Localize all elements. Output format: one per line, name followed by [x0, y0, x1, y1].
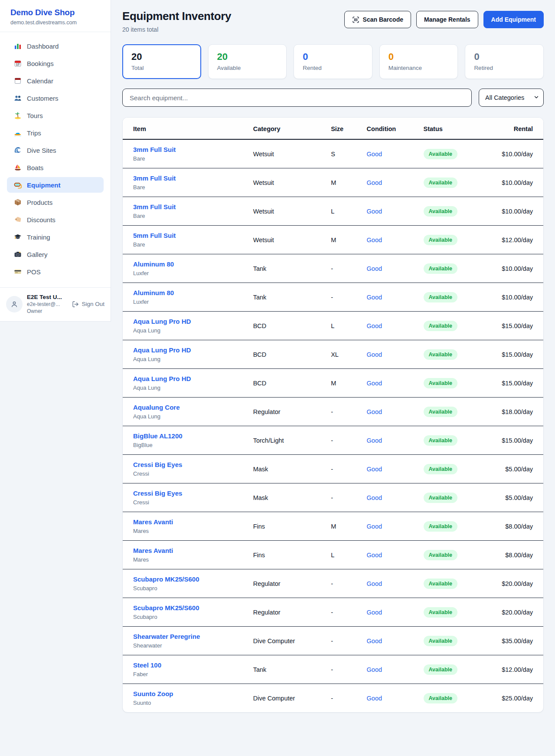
sidebar-item-dive-sites[interactable]: Dive Sites — [7, 142, 104, 158]
item-name-link[interactable]: Suunto Zoop — [133, 690, 173, 697]
items-total-text: 20 items total — [122, 26, 231, 33]
item-name-link[interactable]: Aqua Lung Pro HD — [133, 346, 191, 354]
sidebar-item-trips[interactable]: Trips — [7, 125, 104, 141]
condition-link[interactable]: Good — [367, 466, 382, 473]
item-name-link[interactable]: Cressi Big Eyes — [133, 461, 182, 468]
item-name-link[interactable]: 3mm Full Suit — [133, 146, 176, 153]
sidebar-item-pos[interactable]: POS — [7, 264, 104, 279]
item-name-link[interactable]: Mares Avanti — [133, 547, 173, 554]
sidebar-item-boats[interactable]: Boats — [7, 160, 104, 175]
item-name-link[interactable]: Aqua Lung Pro HD — [133, 375, 191, 382]
condition-link[interactable]: Good — [367, 695, 382, 702]
item-brand: Bare — [133, 184, 253, 191]
stat-card-maintenance[interactable]: 0 Maintenance — [379, 44, 458, 79]
scan-barcode-button[interactable]: Scan Barcode — [344, 11, 411, 28]
header-actions: Scan Barcode Manage Rentals Add Equipmen… — [344, 10, 544, 28]
manage-rentals-button[interactable]: Manage Rentals — [416, 11, 478, 28]
table-row: Aqua Lung Pro HD Aqua Lung BCD L Good Av… — [123, 312, 543, 340]
barcode-icon — [352, 16, 359, 23]
status-badge: Available — [424, 493, 457, 503]
stat-label: Rented — [303, 65, 363, 71]
item-name-link[interactable]: Mares Avanti — [133, 518, 173, 526]
item-name-link[interactable]: Aluminum 80 — [133, 289, 174, 296]
item-category: BCD — [253, 380, 267, 387]
condition-link[interactable]: Good — [367, 380, 382, 387]
condition-link[interactable]: Good — [367, 523, 382, 530]
diving-mask-icon — [14, 181, 22, 189]
item-name-link[interactable]: 3mm Full Suit — [133, 203, 176, 210]
sidebar-item-bookings[interactable]: 17 Bookings — [7, 56, 104, 71]
condition-link[interactable]: Good — [367, 638, 382, 644]
item-brand: Faber — [133, 671, 253, 677]
item-name-link[interactable]: Aqualung Core — [133, 404, 180, 411]
add-equipment-label: Add Equipment — [491, 16, 536, 23]
sidebar-item-training[interactable]: Training — [7, 229, 104, 245]
item-name-link[interactable]: Aluminum 80 — [133, 260, 174, 268]
condition-link[interactable]: Good — [367, 294, 382, 301]
item-size: L — [331, 552, 334, 559]
sidebar-item-label: Gallery — [27, 251, 48, 258]
item-size: M — [331, 179, 336, 186]
rental-price: $5.00/day — [505, 494, 533, 501]
condition-link[interactable]: Good — [367, 237, 382, 243]
condition-link[interactable]: Good — [367, 265, 382, 272]
condition-link[interactable]: Good — [367, 408, 382, 415]
item-name-link[interactable]: Shearwater Peregrine — [133, 633, 200, 640]
brand-name[interactable]: Demo Dive Shop — [10, 8, 100, 17]
sidebar-item-label: Trips — [27, 129, 41, 137]
stat-label: Total — [131, 65, 192, 71]
table-row: Aqua Lung Pro HD Aqua Lung BCD XL Good A… — [123, 340, 543, 369]
table-body: 3mm Full Suit Bare Wetsuit S Good Availa… — [123, 139, 543, 712]
condition-link[interactable]: Good — [367, 151, 382, 158]
item-name-link[interactable]: Aqua Lung Pro HD — [133, 318, 191, 325]
condition-link[interactable]: Good — [367, 552, 382, 559]
condition-link[interactable]: Good — [367, 179, 382, 186]
item-name-link[interactable]: Scubapro MK25/S600 — [133, 604, 199, 611]
stat-card-retired[interactable]: 0 Retired — [465, 44, 544, 79]
item-category: Regulator — [253, 408, 281, 415]
add-equipment-button[interactable]: Add Equipment — [483, 11, 544, 28]
manage-rentals-label: Manage Rentals — [424, 16, 470, 23]
sidebar-item-gallery[interactable]: Gallery — [7, 247, 104, 262]
sidebar-item-calendar[interactable]: Calendar — [7, 73, 104, 89]
user-role: Owner — [27, 308, 68, 314]
search-input[interactable] — [122, 89, 472, 107]
item-brand: Aqua Lung — [133, 413, 253, 420]
condition-link[interactable]: Good — [367, 494, 382, 501]
sidebar-item-label: Training — [27, 233, 50, 241]
speedboat-icon — [14, 129, 22, 137]
condition-link[interactable]: Good — [367, 609, 382, 616]
category-select[interactable]: All Categories — [479, 89, 544, 107]
item-name-link[interactable]: 5mm Full Suit — [133, 232, 176, 239]
status-badge: Available — [424, 263, 457, 274]
table-row: Cressi Big Eyes Cressi Mask - Good Avail… — [123, 483, 543, 512]
condition-link[interactable]: Good — [367, 666, 382, 673]
item-size: M — [331, 380, 336, 387]
table-row: Scubapro MK25/S600 Scubapro Regulator - … — [123, 569, 543, 598]
condition-link[interactable]: Good — [367, 437, 382, 444]
table-row: 3mm Full Suit Bare Wetsuit S Good Availa… — [123, 139, 543, 168]
status-badge: Available — [424, 177, 457, 188]
sign-out-button[interactable]: Sign Out — [72, 301, 104, 308]
stat-card-total[interactable]: 20 Total — [122, 44, 201, 79]
condition-link[interactable]: Good — [367, 208, 382, 215]
sidebar-item-tours[interactable]: Tours — [7, 108, 104, 123]
item-name-link[interactable]: 3mm Full Suit — [133, 174, 176, 182]
sidebar-item-products[interactable]: Products — [7, 194, 104, 210]
condition-link[interactable]: Good — [367, 351, 382, 358]
stat-card-rented[interactable]: 0 Rented — [294, 44, 372, 79]
table-row: Scubapro MK25/S600 Scubapro Regulator - … — [123, 598, 543, 627]
sidebar-item-equipment[interactable]: Equipment — [7, 177, 104, 193]
calendar-pad-icon — [14, 77, 22, 85]
item-name-link[interactable]: BigBlue AL1200 — [133, 432, 183, 440]
item-name-link[interactable]: Cressi Big Eyes — [133, 490, 182, 497]
sidebar-item-customers[interactable]: Customers — [7, 90, 104, 106]
sidebar-item-discounts[interactable]: Discounts — [7, 212, 104, 227]
stat-card-available[interactable]: 20 Available — [208, 44, 287, 79]
item-name-link[interactable]: Scubapro MK25/S600 — [133, 575, 199, 583]
item-name-link[interactable]: Steel 100 — [133, 661, 161, 669]
sidebar-item-dashboard[interactable]: Dashboard — [7, 38, 104, 54]
condition-link[interactable]: Good — [367, 322, 382, 329]
condition-link[interactable]: Good — [367, 580, 382, 587]
column-header-rental: Rental — [482, 118, 543, 139]
